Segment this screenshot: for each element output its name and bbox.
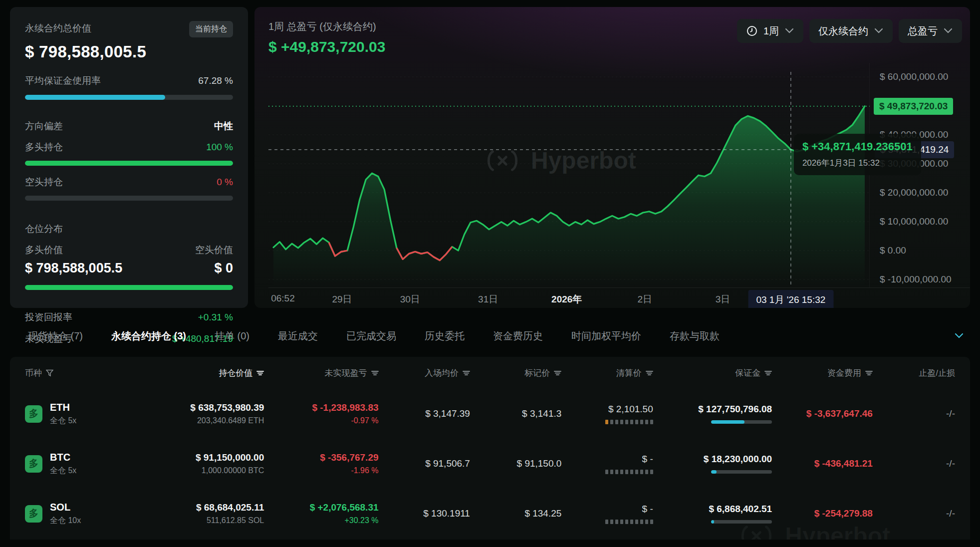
tab-现货持仓7[interactable]: 现货持仓 (7) xyxy=(28,329,83,343)
tab-永续合约持仓3[interactable]: 永续合约持仓 (3) xyxy=(111,329,186,343)
column-header-清算价[interactable]: 清算价 xyxy=(561,367,653,379)
liquidation-risk-meter xyxy=(561,420,653,424)
chart-plot-area[interactable]: $ 60,000,000.00$ 40,000,000.00$ 30,000,0… xyxy=(268,63,970,287)
margin-mode: 全仓 5x xyxy=(50,416,76,426)
position-value-cell: $ 68,684,025.11511,612.85 SOL xyxy=(122,502,264,525)
liquidation-price-cell: $ 2,101.50 xyxy=(561,404,653,424)
chart-control-scope-dropdown[interactable]: 仅永续合约 xyxy=(809,19,893,43)
column-label: 资金费用 xyxy=(827,367,861,379)
bias-value: 中性 xyxy=(214,120,233,133)
long-side-badge: 多 xyxy=(25,505,42,523)
column-label: 币种 xyxy=(25,367,42,379)
y-axis-tick: $ 60,000,000.00 xyxy=(880,71,948,82)
margin-cell: $ 127,750,796.08 xyxy=(653,404,772,424)
x-axis-tick: 2026年 xyxy=(551,293,582,306)
x-axis-tick: 30日 xyxy=(400,293,420,306)
tooltip-time: 2026年1月3日 15:32 xyxy=(802,157,913,169)
y-axis-tick: $ -10,000,000.00 xyxy=(880,274,952,285)
chevron-down-icon xyxy=(784,28,794,34)
tab-已完成交易[interactable]: 已完成交易 xyxy=(346,329,396,343)
coin-symbol: SOL xyxy=(50,502,81,513)
column-header-止盈-止损[interactable]: 止盈/止损 xyxy=(873,367,955,379)
column-header-持仓价值[interactable]: 持仓价值 xyxy=(122,367,264,379)
margin-cell: $ 6,868,402.51 xyxy=(653,504,772,524)
column-header-保证金[interactable]: 保证金 xyxy=(653,367,772,379)
tab-时间加权平均价[interactable]: 时间加权平均价 xyxy=(571,329,641,343)
collapse-panel-button[interactable] xyxy=(954,333,964,339)
position-value-cell: $ 638,753,980.39203,340.6489 ETH xyxy=(122,402,264,425)
chart-title: 1周 总盈亏 (仅永续合约) xyxy=(268,20,385,33)
short-pct: 0 % xyxy=(217,177,233,188)
position-row-ETH[interactable]: 多ETH全仓 5x$ 638,753,980.39203,340.6489 ET… xyxy=(25,389,955,439)
margin-usage-label: 平均保证金使用率 xyxy=(25,74,101,87)
margin-mode: 全仓 10x xyxy=(50,516,81,526)
sort-icon xyxy=(256,370,264,376)
unrealized-pnl-cell: $ -1,238,983.83-0.97 % xyxy=(264,402,378,425)
coin-cell: 多SOL全仓 10x xyxy=(25,502,122,526)
margin-ratio-bar xyxy=(711,470,772,474)
positions-table-panel: 币种持仓价值未实现盈亏入场均价标记价清算价保证金资金费用止盈/止损 多ETH全仓… xyxy=(10,357,970,540)
x-axis-tick: 29日 xyxy=(332,293,352,306)
dropdown-label: 总盈亏 xyxy=(908,24,938,38)
x-axis: 06:5229日30日31日2026年2日3日03 1月 '26 15:32 xyxy=(268,287,970,308)
tab-挂单0[interactable]: 挂单 (0) xyxy=(215,329,249,343)
short-value-label: 空头价值 xyxy=(195,244,233,257)
liquidation-risk-meter xyxy=(561,520,653,524)
funding-fee-cell: $ -3,637,647.46 xyxy=(772,408,873,419)
mark-price-cell: $ 91,150.0 xyxy=(470,458,561,469)
distribution-fill xyxy=(25,285,233,290)
liquidation-risk-meter xyxy=(561,470,653,474)
long-value-label: 多头价值 xyxy=(25,244,63,257)
tp-sl-cell[interactable]: -/- xyxy=(873,458,955,469)
pnl-area-chart xyxy=(268,63,870,287)
column-header-入场均价[interactable]: 入场均价 xyxy=(379,367,470,379)
chart-control-metric-dropdown[interactable]: 总盈亏 xyxy=(899,19,962,43)
mark-price-cell: $ 3,141.3 xyxy=(470,408,561,419)
cursor-time-axis-badge: 03 1月 '26 15:32 xyxy=(748,290,833,308)
unrealized-pnl-cell: $ -356,767.29-1.96 % xyxy=(264,452,378,475)
top-section: 永续合约总价值 当前持仓 $ 798,588,005.5 平均保证金使用率 67… xyxy=(0,0,980,308)
position-row-BTC[interactable]: 多BTC全仓 5x$ 91,150,000.001,000.00000 BTC$… xyxy=(25,439,955,489)
dropdown-label: 仅永续合约 xyxy=(818,24,868,38)
entry-price-cell: $ 130.1911 xyxy=(379,508,470,519)
x-axis-tick: 31日 xyxy=(478,293,498,306)
tab-历史委托[interactable]: 历史委托 xyxy=(425,329,465,343)
sort-icon xyxy=(764,370,772,376)
distribution-label: 仓位分布 xyxy=(25,223,63,236)
y-axis-tick: $ 0.00 xyxy=(880,245,906,256)
current-position-badge[interactable]: 当前持仓 xyxy=(189,21,233,37)
column-label: 未实现盈亏 xyxy=(325,367,367,379)
roi-value: +0.31 % xyxy=(198,312,233,323)
long-bar xyxy=(25,161,233,166)
sort-icon xyxy=(463,370,470,376)
tab-最近成交[interactable]: 最近成交 xyxy=(278,329,318,343)
column-label: 入场均价 xyxy=(425,367,459,379)
position-row-SOL[interactable]: 多SOL全仓 10x$ 68,684,025.11511,612.85 SOL$… xyxy=(25,489,955,539)
tp-sl-cell[interactable]: -/- xyxy=(873,508,955,519)
column-header-标记价[interactable]: 标记价 xyxy=(470,367,561,379)
sort-icon xyxy=(371,370,379,376)
y-axis-tick: $ 10,000,000.00 xyxy=(880,216,948,227)
long-side-badge: 多 xyxy=(25,405,42,423)
last-value-axis-badge: $ 49,873,720.03 xyxy=(874,98,953,115)
tab-资金费历史[interactable]: 资金费历史 xyxy=(493,329,543,343)
dropdown-label: 1周 xyxy=(763,24,779,38)
position-value-cell: $ 91,150,000.001,000.00000 BTC xyxy=(122,452,264,475)
margin-cell: $ 18,230,000.00 xyxy=(653,454,772,474)
tp-sl-cell[interactable]: -/- xyxy=(873,408,955,419)
liquidation-price-cell: $ - xyxy=(561,454,653,474)
column-header-未实现盈亏[interactable]: 未实现盈亏 xyxy=(264,367,378,379)
column-label: 保证金 xyxy=(735,367,760,379)
mark-price-cell: $ 134.25 xyxy=(470,508,561,519)
unrealized-pnl-cell: $ +2,076,568.31+30.23 % xyxy=(264,502,378,525)
clock-icon xyxy=(746,25,758,37)
distribution-bar xyxy=(25,285,233,290)
tab-存款与取款[interactable]: 存款与取款 xyxy=(670,329,720,343)
chart-control-period-dropdown[interactable]: 1周 xyxy=(737,19,803,43)
column-header-币种[interactable]: 币种 xyxy=(25,367,122,379)
entry-price-cell: $ 3,147.39 xyxy=(379,408,470,419)
roi-label: 投资回报率 xyxy=(25,311,72,324)
x-axis-tick: 06:52 xyxy=(271,293,295,304)
table-body: 多ETH全仓 5x$ 638,753,980.39203,340.6489 ET… xyxy=(25,389,955,539)
column-header-资金费用[interactable]: 资金费用 xyxy=(772,367,873,379)
